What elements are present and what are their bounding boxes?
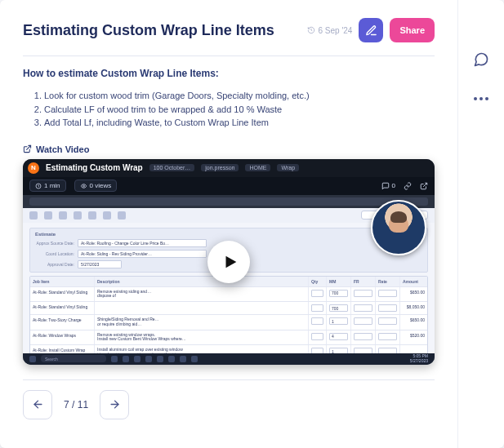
- toolbar-icon: [29, 211, 38, 220]
- duration-chip: 1 min: [29, 180, 66, 192]
- browser-tab: jon.presson: [201, 164, 239, 171]
- divider: [23, 55, 435, 56]
- video-thumbnail[interactable]: N Estimating Custom Wrap 100 October… jo…: [23, 159, 435, 365]
- list-item: Calculate LF of wood trim to be wrapped …: [44, 103, 435, 117]
- external-link-icon: [23, 144, 32, 153]
- taskbar-clock: 5:05 PM5/27/2023: [410, 354, 428, 363]
- list-item: Look for custom wood trim (Garage Doors,…: [44, 89, 435, 103]
- svg-line-3: [423, 183, 427, 187]
- play-button[interactable]: [207, 241, 250, 283]
- url-bar: [29, 197, 428, 206]
- browser-tab: Wrap: [277, 164, 299, 171]
- svg-point-2: [83, 185, 84, 187]
- presenter-webcam: [371, 200, 426, 255]
- page-indicator: 7 / 11: [64, 399, 88, 410]
- browser-tabbar: N Estimating Custom Wrap 100 October… jo…: [23, 159, 435, 177]
- taskbar-search: Search: [41, 355, 106, 362]
- last-edited-date: 6 Sep '24: [307, 26, 352, 35]
- video-title: Estimating Custom Wrap: [46, 163, 143, 172]
- panel-title: Estimate: [35, 232, 422, 237]
- chat-icon: [473, 51, 489, 68]
- svg-marker-4: [226, 255, 237, 268]
- toolbar-icon: [88, 211, 96, 220]
- link-icon: [404, 182, 412, 190]
- page-title: Estimating Custom Wrap Line Items: [23, 22, 301, 39]
- right-sidebar: [457, 0, 504, 448]
- share-button[interactable]: Share: [390, 18, 435, 42]
- clock-icon: [35, 183, 42, 189]
- browser-tab: 100 October…: [149, 164, 195, 171]
- section-heading: How to estimate Custom Wrap Line Items:: [23, 68, 435, 79]
- more-horizontal-icon: [474, 97, 488, 100]
- start-icon: [29, 356, 36, 362]
- toolbar-icon: [118, 211, 126, 220]
- pager: 7 / 11: [23, 390, 435, 419]
- more-options-button[interactable]: [469, 86, 493, 111]
- divider: [23, 379, 435, 380]
- pencil-icon: [365, 24, 377, 37]
- watch-video-link[interactable]: Watch Video: [23, 144, 435, 154]
- browser-tab: HOME: [245, 164, 270, 171]
- line-items-grid: Job ItemDescriptionQtyMMFRRateAmountAt-R…: [29, 276, 428, 353]
- windows-taskbar: Search 5:05 PM5/27/2023: [23, 353, 435, 365]
- views-chip: 0 views: [74, 180, 118, 192]
- list-item: Add Total Lf, including Waste, to Custom…: [44, 116, 435, 130]
- play-icon: [221, 253, 239, 271]
- toolbar-icon: [74, 211, 82, 220]
- next-page-button[interactable]: [100, 390, 129, 419]
- comment-count: 0: [381, 182, 395, 190]
- comments-button[interactable]: [469, 47, 493, 72]
- history-icon: [307, 26, 315, 34]
- toolbar-icon: [103, 211, 111, 220]
- svg-line-0: [27, 145, 31, 149]
- eye-icon: [80, 183, 87, 189]
- presenter-avatar: N: [28, 162, 39, 174]
- edit-button[interactable]: [359, 18, 383, 42]
- toolbar-icon: [44, 211, 52, 220]
- steps-list: Look for custom wood trim (Garage Doors,…: [23, 89, 435, 130]
- comment-icon: [381, 182, 390, 190]
- arrow-right-icon: [109, 398, 121, 410]
- toolbar-icon: [59, 211, 67, 220]
- browser-chrome: [23, 195, 435, 208]
- prev-page-button[interactable]: [23, 390, 52, 419]
- video-info-bar: 1 min 0 views 0: [23, 177, 435, 195]
- open-external-icon: [420, 182, 428, 190]
- arrow-left-icon: [32, 398, 44, 410]
